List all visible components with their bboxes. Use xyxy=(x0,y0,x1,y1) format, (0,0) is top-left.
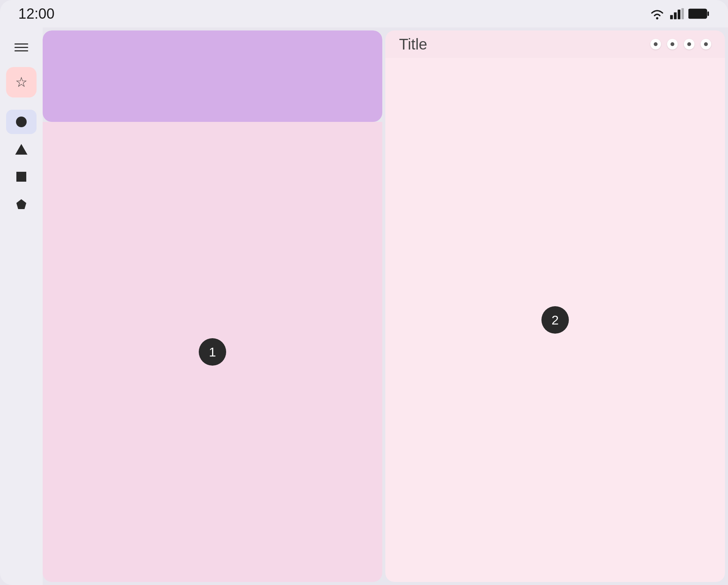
main-layout: ☆ 1 Title xyxy=(0,27,728,585)
star-icon: ☆ xyxy=(15,74,27,90)
status-time: 12:00 xyxy=(18,6,54,22)
hamburger-line-2 xyxy=(14,47,28,48)
right-panel: Title 2 xyxy=(385,30,725,582)
header-dot-2[interactable] xyxy=(667,39,678,50)
status-bar: 12:00 xyxy=(0,0,728,27)
pentagon-icon xyxy=(16,199,26,209)
svg-point-0 xyxy=(656,17,658,19)
content-area: 1 Title xyxy=(43,27,728,585)
sidebar-item-circle[interactable] xyxy=(6,110,37,134)
square-icon xyxy=(16,172,26,182)
header-dot-inner-2 xyxy=(671,42,674,46)
left-badge: 1 xyxy=(199,338,226,366)
right-header-dots xyxy=(650,39,711,50)
header-dot-4[interactable] xyxy=(701,39,711,50)
header-dot-inner-3 xyxy=(687,42,691,46)
right-badge: 2 xyxy=(541,306,569,334)
sidebar-item-pentagon[interactable] xyxy=(6,192,37,216)
header-dot-inner-1 xyxy=(654,42,658,46)
right-content: 2 xyxy=(385,58,725,582)
left-bottom-card: 1 xyxy=(43,122,382,582)
circle-icon xyxy=(16,117,27,127)
status-icons xyxy=(649,8,710,20)
hamburger-line-3 xyxy=(14,50,28,51)
svg-rect-5 xyxy=(688,9,707,18)
header-dot-1[interactable] xyxy=(650,39,661,50)
svg-rect-2 xyxy=(674,12,677,19)
left-panel: 1 xyxy=(43,30,382,582)
header-dot-3[interactable] xyxy=(684,39,694,50)
svg-rect-4 xyxy=(682,8,684,19)
sidebar: ☆ xyxy=(0,27,43,585)
hamburger-line-1 xyxy=(14,43,28,45)
battery-icon xyxy=(688,8,710,19)
favorites-button[interactable]: ☆ xyxy=(6,67,37,98)
svg-rect-6 xyxy=(707,11,709,16)
right-header: Title xyxy=(385,30,725,58)
svg-rect-3 xyxy=(678,10,680,19)
signal-icon xyxy=(670,8,684,20)
wifi-icon xyxy=(649,8,666,20)
header-dot-inner-4 xyxy=(704,42,708,46)
sidebar-item-triangle[interactable] xyxy=(6,137,37,161)
hamburger-menu-button[interactable] xyxy=(8,35,35,59)
left-top-card xyxy=(43,30,382,122)
triangle-icon xyxy=(15,144,27,155)
svg-rect-1 xyxy=(670,15,673,19)
right-panel-title: Title xyxy=(399,36,427,53)
sidebar-item-square[interactable] xyxy=(6,165,37,189)
